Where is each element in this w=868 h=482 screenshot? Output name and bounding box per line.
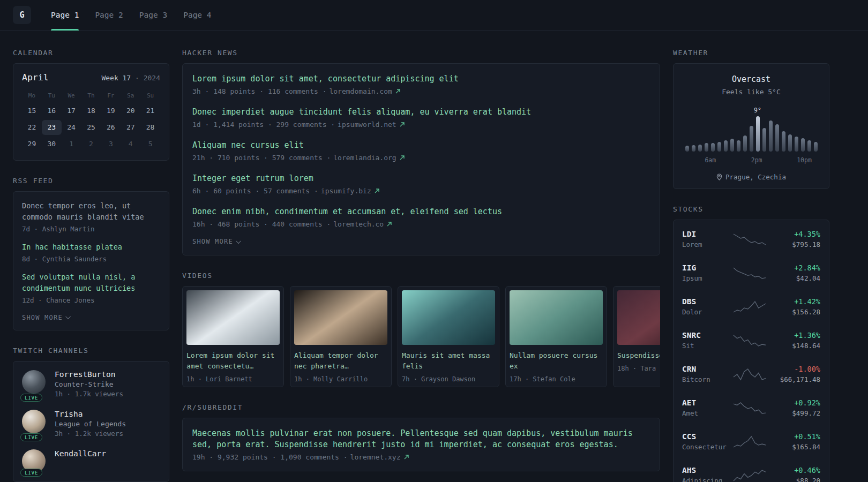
stock-row[interactable]: LDI Lorem +4.35% $795.18: [682, 222, 820, 256]
hackernews-item-link[interactable]: Aliquam nec cursus elit: [192, 140, 650, 151]
stock-row[interactable]: SNRC Sit +1.36% $148.64: [682, 323, 820, 357]
video-title[interactable]: Suspendisse diam: [617, 350, 660, 361]
nav-tab[interactable]: Page 1: [43, 0, 87, 30]
video-meta: 1h · Molly Carrillo: [294, 375, 387, 383]
hackernews-item-link[interactable]: Donec enim nibh, condimentum et accumsan…: [192, 206, 650, 217]
stock-sparkline: [732, 300, 767, 314]
video-title[interactable]: Lorem ipsum dolor sit amet consectetu…: [186, 350, 280, 372]
hackernews-item-link[interactable]: Donec imperdiet augue tincidunt felis al…: [192, 107, 650, 118]
weather-peak-temp-label: 9°: [754, 107, 761, 114]
stock-change: +1.36%: [770, 331, 820, 340]
weather-bar-fill: [782, 131, 785, 152]
weather-hour-bar: [781, 129, 785, 152]
calendar-day-header: Su: [140, 89, 160, 103]
nav-tab[interactable]: Page 4: [175, 0, 219, 30]
subreddit-widget-title: /R/SUBREDDIT: [182, 403, 660, 411]
hackernews-item-domain[interactable]: loremlandia.org: [333, 154, 396, 162]
twitch-avatar-wrap: LIVE: [22, 370, 47, 398]
stock-name: Dolor: [682, 308, 729, 316]
calendar-separator: ·: [135, 74, 139, 82]
weather-hour-bar: [704, 141, 708, 152]
twitch-channel-row[interactable]: LIVE Trisha League of Legends 3h · 1.2k …: [22, 410, 160, 438]
weather-hour-bar: [730, 137, 734, 152]
hackernews-item: Lorem ipsum dolor sit amet, consectetur …: [192, 73, 650, 95]
video-card[interactable]: Mauris sit amet massa felis 7h · Grayson…: [398, 286, 499, 387]
hackernews-item-stats: 3h · 148 points · 116 comments ·: [192, 87, 326, 95]
weather-hour-bar: [717, 140, 721, 152]
calendar-day-header: Th: [81, 89, 101, 103]
calendar-day-cell: 28: [140, 120, 160, 135]
stock-row[interactable]: CRN Bitcorn -1.00% $66,171.48: [682, 357, 820, 391]
hackernews-item-link[interactable]: Lorem ipsum dolor sit amet, consectetur …: [192, 73, 650, 85]
stock-name: Sit: [682, 342, 729, 350]
calendar-widget-title: CALENDAR: [13, 49, 169, 57]
weather-bar-fill: [743, 135, 747, 152]
twitch-channel-info: KendallCarr: [55, 449, 106, 473]
twitch-channel-row[interactable]: LIVE KendallCarr: [22, 449, 160, 473]
stock-symbol: LDI: [682, 230, 729, 238]
hackernews-item-domain[interactable]: ipsumify.biz: [321, 187, 371, 195]
video-title[interactable]: Nullam posuere cursus ex: [510, 350, 603, 372]
stock-id: CCS Consectetur: [682, 432, 729, 451]
twitch-channel-name[interactable]: Trisha: [55, 410, 126, 418]
weather-feels-like: Feels like 5°C: [683, 88, 819, 96]
hackernews-box: Lorem ipsum dolor sit amet, consectetur …: [182, 63, 660, 255]
stock-name: Adipiscing: [682, 477, 729, 482]
hackernews-item-domain[interactable]: ipsumworld.net: [338, 120, 396, 129]
nav-tab[interactable]: Page 3: [131, 0, 175, 30]
stock-symbol: DBS: [682, 297, 729, 306]
video-card[interactable]: Suspendisse diam 18h · Tara: [613, 286, 660, 387]
stock-row[interactable]: AHS Adipiscing +0.46% $88.20: [682, 458, 820, 482]
hackernews-show-more-button[interactable]: SHOW MORE: [192, 238, 241, 245]
app-logo[interactable]: G: [13, 6, 31, 24]
calendar-day-cell: 22: [22, 120, 42, 135]
hackernews-item-domain[interactable]: loremdomain.com: [329, 87, 392, 95]
weather-hour-bar: [749, 124, 753, 152]
twitch-channel-name[interactable]: KendallCarr: [55, 449, 106, 458]
weather-hour-bar: [807, 138, 811, 152]
video-card[interactable]: Lorem ipsum dolor sit amet consectetu… 1…: [182, 286, 284, 387]
hackernews-item-meta: 3h · 148 points · 116 comments · loremdo…: [192, 87, 650, 95]
rss-widget: RSS FEED Donec tempor eros leo, ut commo…: [13, 177, 169, 330]
stock-sparkline: [732, 266, 767, 280]
hackernews-item-domain[interactable]: loremtech.co: [333, 220, 384, 228]
subreddit-post-link[interactable]: Maecenas mollis pulvinar erat non posuer…: [192, 428, 650, 450]
twitch-channel-name[interactable]: ForrestBurton: [55, 370, 123, 379]
stock-id: IIG Ipsum: [682, 263, 729, 282]
nav-tab[interactable]: Page 2: [87, 0, 131, 30]
rss-item-link[interactable]: Sed volutpat nulla nisl, a condimentum n…: [22, 272, 160, 294]
rss-show-more-button[interactable]: SHOW MORE: [22, 314, 71, 321]
video-title[interactable]: Aliquam tempor dolor nec pharetra…: [294, 350, 387, 372]
video-thumbnail: [510, 290, 603, 345]
stock-row[interactable]: CCS Consectetur +0.51% $165.84: [682, 425, 820, 458]
video-card[interactable]: Aliquam tempor dolor nec pharetra… 1h · …: [290, 286, 392, 387]
twitch-channel-game: Counter-Strike: [55, 380, 123, 388]
weather-box: Overcast Feels like 5°C: [673, 63, 829, 189]
video-card[interactable]: Nullam posuere cursus ex 17h · Stefan Co…: [505, 286, 607, 387]
video-meta: 1h · Lori Barnett: [186, 375, 280, 383]
stock-id: CRN Bitcorn: [682, 365, 729, 383]
chevron-down-icon: [65, 314, 71, 319]
rss-item-link[interactable]: In hac habitasse platea: [22, 242, 160, 253]
calendar-day-cell: 3: [101, 137, 121, 152]
twitch-channel-row[interactable]: LIVE ForrestBurton Counter-Strike 1h · 1…: [22, 370, 160, 398]
hackernews-widget: HACKER NEWS Lorem ipsum dolor sit amet, …: [182, 49, 660, 255]
subreddit-post-domain[interactable]: loremnet.xyz: [350, 453, 401, 461]
external-link-icon: [386, 221, 392, 227]
video-title[interactable]: Mauris sit amet massa felis: [402, 350, 495, 372]
weather-bar-fill: [750, 126, 753, 152]
hackernews-item-link[interactable]: Integer eget rutrum lorem: [192, 173, 650, 184]
stock-row[interactable]: IIG Ipsum +2.84% $42.04: [682, 256, 820, 290]
twitch-channel-meta: 3h · 1.2k viewers: [55, 430, 126, 438]
weather-hour-bar: [698, 142, 702, 152]
stock-price: $165.84: [770, 443, 820, 451]
hackernews-item-stats: 1d · 1,414 points · 299 comments ·: [192, 120, 335, 129]
stock-change: +0.51%: [770, 432, 820, 441]
rss-item-link[interactable]: Donec tempor eros leo, ut commodo mauris…: [22, 200, 160, 223]
stock-row[interactable]: AET Amet +0.92% $499.72: [682, 391, 820, 425]
right-column: WEATHER Overcast Feels like 5°C: [673, 49, 829, 482]
hackernews-item-stats: 21h · 710 points · 579 comments ·: [192, 154, 331, 162]
stock-row[interactable]: DBS Dolor +1.42% $156.28: [682, 290, 820, 323]
videos-widget: VIDEOS Lorem ipsum dolor sit amet consec…: [182, 272, 660, 387]
weather-location[interactable]: Prague, Czechia: [683, 173, 819, 181]
